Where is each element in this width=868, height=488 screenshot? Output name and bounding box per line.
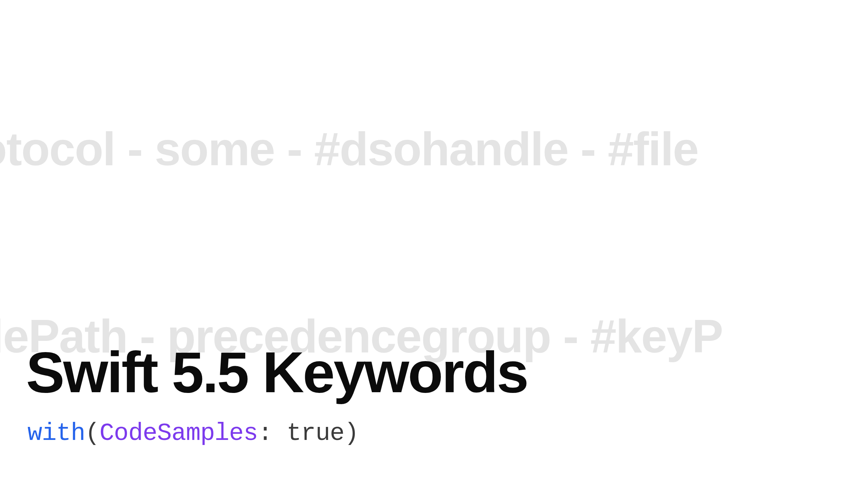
code-punct: ( bbox=[85, 419, 99, 447]
bg-line: otocol - some - #dsohandle - #file bbox=[0, 118, 868, 180]
code-keyword: with bbox=[27, 419, 85, 447]
code-punct: ) bbox=[344, 419, 359, 447]
code-punct: : bbox=[258, 419, 287, 447]
code-value: true bbox=[287, 419, 344, 447]
background-keywords: otocol - some - #dsohandle - #file ilePa… bbox=[0, 0, 868, 488]
page-title: Swift 5.5 Keywords bbox=[26, 343, 527, 401]
code-arg-label: CodeSamples bbox=[99, 419, 258, 447]
subtitle-code: with(CodeSamples: true) bbox=[27, 419, 359, 447]
slide: otocol - some - #dsohandle - #file ilePa… bbox=[0, 0, 868, 488]
